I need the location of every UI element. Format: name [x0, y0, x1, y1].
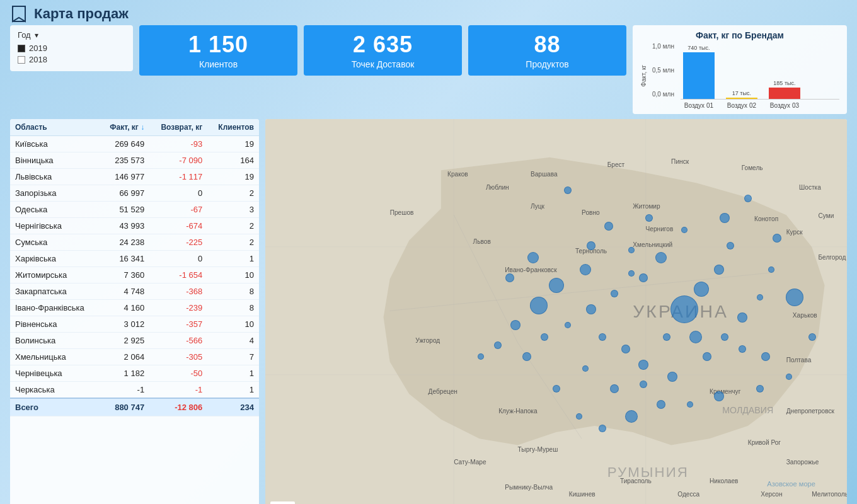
svg-text:Сату-Маре: Сату-Маре: [454, 459, 486, 466]
col-clients[interactable]: Клиентов: [207, 119, 259, 136]
table-row[interactable]: Харківська 16 341 0 1: [10, 251, 259, 267]
cell-clients: 2: [207, 218, 259, 234]
brand-bar-vozduh02: 17 тыс.: [726, 90, 757, 99]
cell-return: -67: [149, 202, 207, 218]
header: Карта продаж: [0, 0, 857, 25]
table-row[interactable]: Чернігівська 43 993 -674 2: [10, 218, 259, 234]
brand-chart-inner: Факт, кг 1,0 млн 0,5 млн 0,0 млн 740 тыс…: [640, 43, 839, 109]
kpi-delivery-value: 2 635: [316, 32, 449, 58]
filter-option-2018[interactable]: 2018: [18, 55, 125, 64]
kpi-delivery: 2 635 Точек Доставок: [304, 25, 462, 76]
svg-text:Пинск: Пинск: [671, 158, 689, 165]
col-return[interactable]: Возврат, кг: [149, 119, 207, 136]
cell-clients: 4: [207, 333, 259, 349]
table-body: Київська 269 649 -93 19 Вінницька 235 57…: [10, 136, 259, 399]
footer-label: Всего: [10, 398, 99, 416]
table-row[interactable]: Вінницька 235 573 -7 090 164: [10, 152, 259, 169]
bar2-label: 17 тыс.: [732, 90, 751, 96]
cell-clients: 8: [207, 300, 259, 316]
cell-region: Житомирська: [10, 267, 99, 284]
svg-text:Ивано-Франковск: Ивано-Франковск: [505, 266, 557, 273]
cell-return: -225: [149, 234, 207, 251]
table-row[interactable]: Черкаська -1 -1 1: [10, 382, 259, 399]
checkbox-2018[interactable]: [18, 56, 25, 64]
filter-option-2019[interactable]: 2019: [18, 43, 125, 53]
table-row[interactable]: Сумська 24 238 -225 2: [10, 234, 259, 251]
data-table-container: Область Факт, кг ↓ Возврат, кг Клиентов …: [10, 119, 259, 504]
table-row[interactable]: Хмельницька 2 064 -305 7: [10, 349, 259, 365]
svg-text:Люблин: Люблин: [486, 184, 509, 191]
page-title: Карта продаж: [34, 6, 129, 22]
svg-text:Дебрецен: Дебрецен: [428, 388, 457, 395]
svg-text:Рымнику-Вылча: Рымнику-Вылча: [505, 484, 553, 491]
filter-label-2018: 2018: [29, 55, 47, 64]
table-row[interactable]: Київська 269 649 -93 19: [10, 136, 259, 152]
svg-text:Днепропетровск: Днепропетровск: [786, 408, 835, 415]
cell-return: -1 654: [149, 267, 207, 284]
svg-text:Одесса: Одесса: [677, 491, 699, 498]
map-background: УКРАИНА РУМЫНИЯ МОЛДАВИЯ Варшава Брест П…: [265, 119, 847, 504]
cell-region: Вінницька: [10, 152, 99, 169]
table-row[interactable]: Рівненська 3 012 -357 10: [10, 316, 259, 333]
svg-text:Белгород: Белгород: [818, 254, 846, 261]
svg-text:МОЛДАВИЯ: МОЛДАВИЯ: [722, 405, 773, 415]
cell-clients: 10: [207, 267, 259, 284]
table-row[interactable]: Одеська 51 529 -67 3: [10, 202, 259, 218]
svg-text:Львов: Львов: [473, 238, 491, 245]
svg-text:Запорожье: Запорожье: [786, 459, 819, 466]
cell-region: Чернігівська: [10, 218, 99, 234]
svg-text:Чернигов: Чернигов: [646, 226, 674, 232]
svg-text:Краков: Краков: [447, 171, 468, 178]
top-area: Год ▾ 2019 2018 1 150 Клиентов 2 635 Точ…: [0, 25, 857, 114]
cell-clients: 1: [207, 382, 259, 399]
cell-fact: 43 993: [99, 218, 149, 234]
cell-return: 0: [149, 251, 207, 267]
footer-clients: 234: [207, 398, 259, 416]
kpi-products-value: 88: [481, 32, 614, 58]
svg-text:Азовское море: Азовское море: [767, 480, 815, 488]
cell-return: -93: [149, 136, 207, 152]
table-row[interactable]: Львівська 146 977 -1 117 19: [10, 169, 259, 185]
cell-region: Івано-Франківська: [10, 300, 99, 316]
cell-region: Сумська: [10, 234, 99, 251]
table-row[interactable]: Запорізька 66 997 0 2: [10, 185, 259, 202]
table-row[interactable]: Волинська 2 925 -566 4: [10, 333, 259, 349]
table-row[interactable]: Чернівецька 1 182 -50 1: [10, 365, 259, 382]
bar3-rect: [769, 88, 800, 99]
cell-fact: 146 977: [99, 169, 149, 185]
brand-bar-vozduh01: 740 тыс.: [683, 45, 715, 99]
cell-fact: 66 997: [99, 185, 149, 202]
table-row[interactable]: Івано-Франківська 4 160 -239 8: [10, 300, 259, 316]
y-axis-label: Факт, кг: [640, 65, 647, 87]
svg-text:Тирасполь: Тирасполь: [620, 478, 652, 484]
svg-text:Гомель: Гомель: [742, 164, 763, 171]
cell-return: -7 090: [149, 152, 207, 169]
bar1-name: Воздух 01: [683, 102, 715, 109]
cell-return: -50: [149, 365, 207, 382]
svg-text:Житомир: Житомир: [633, 203, 660, 210]
filter-title[interactable]: Год ▾: [18, 30, 125, 40]
cell-fact: 51 529: [99, 202, 149, 218]
col-fact[interactable]: Факт, кг ↓: [99, 119, 149, 136]
brand-bars-container: 740 тыс. 17 тыс. 185 тыс.: [681, 43, 839, 100]
cell-fact: 7 360: [99, 267, 149, 284]
map-container[interactable]: УКРАИНА РУМЫНИЯ МОЛДАВИЯ Варшава Брест П…: [265, 119, 847, 504]
cell-fact: 235 573: [99, 152, 149, 169]
svg-text:Николаев: Николаев: [710, 478, 738, 484]
bing-logo: Bing: [270, 501, 295, 504]
cell-region: Рівненська: [10, 316, 99, 333]
cell-clients: 19: [207, 169, 259, 185]
filter-panel: Год ▾ 2019 2018: [10, 25, 133, 71]
table-row[interactable]: Закарпатська 4 748 -368 8: [10, 284, 259, 300]
brand-bars-area: 740 тыс. 17 тыс. 185 тыс. Воздух: [681, 43, 839, 109]
checkbox-2019[interactable]: [18, 45, 25, 52]
table-row[interactable]: Житомирська 7 360 -1 654 10: [10, 267, 259, 284]
y-label-bot: 0,0 млн: [652, 91, 674, 98]
col-region[interactable]: Область: [10, 119, 99, 136]
svg-rect-0: [13, 6, 25, 21]
svg-text:Прешов: Прешов: [390, 209, 414, 216]
kpi-clients: 1 150 Клиентов: [139, 25, 297, 76]
cell-fact: 24 238: [99, 234, 149, 251]
svg-text:Луцк: Луцк: [531, 203, 545, 210]
kpi-products: 88 Продуктов: [468, 25, 626, 76]
